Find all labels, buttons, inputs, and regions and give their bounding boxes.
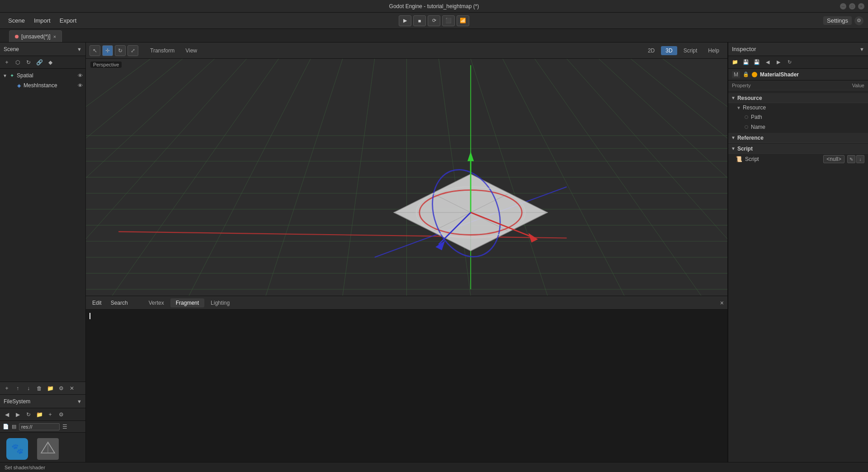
main-tab[interactable]: [unsaved(*)] × xyxy=(9,30,62,42)
shader-editor-content[interactable] xyxy=(86,310,727,462)
insp-folder-button[interactable]: 📁 xyxy=(730,58,740,67)
scene-filter-button[interactable]: ◆ xyxy=(45,58,55,67)
scene-tree: ▼ ✦ Spatial 👁 ◈ MeshInstance 👁 xyxy=(0,69,85,382)
menu-export[interactable]: Export xyxy=(55,15,81,26)
scene-refresh-button[interactable]: ↻ xyxy=(24,58,33,67)
view-btn[interactable]: View xyxy=(181,46,202,55)
stop-button[interactable]: ■ xyxy=(413,15,426,26)
mesh-icon xyxy=(37,438,59,460)
fs-list-view-button[interactable]: ☰ xyxy=(62,424,67,430)
shader-search-menu[interactable]: Search xyxy=(108,299,131,307)
fs-refresh-button[interactable]: ↻ xyxy=(24,410,33,419)
filesystem-dropdown-arrow[interactable]: ▼ xyxy=(77,399,82,404)
script-tab[interactable]: Script xyxy=(679,46,702,55)
statusbar: Set shader/shader xyxy=(0,462,868,472)
fs-new-folder-button[interactable]: 📁 xyxy=(34,410,44,419)
script-group-label: Script xyxy=(737,146,753,152)
3d-viewport[interactable]: Perspective xyxy=(86,59,727,296)
scene-instance-button[interactable]: ⬡ xyxy=(13,58,23,67)
script-group: ▼ Script 📜 Script <null> ✎ ↓ xyxy=(728,144,868,165)
inspector-dropdown-arrow[interactable]: ▼ xyxy=(859,47,864,52)
fs-icon-mesh xyxy=(37,438,59,460)
resource-group-header[interactable]: ▼ Resource xyxy=(728,93,868,103)
maximize-button[interactable]: □ xyxy=(849,3,855,9)
rotate-tool-button[interactable]: ↻ xyxy=(115,45,126,56)
debug-button[interactable]: 📶 xyxy=(457,15,469,26)
fs-icon2: ▤ xyxy=(12,424,16,430)
shader-close-button[interactable]: × xyxy=(720,299,724,307)
menu-import[interactable]: Import xyxy=(29,15,55,26)
scene-dropdown-arrow[interactable]: ▼ xyxy=(77,47,82,52)
insp-refresh-button[interactable]: ↻ xyxy=(784,58,794,67)
inspector-header: Inspector ▼ xyxy=(728,42,868,56)
help-tab[interactable]: Help xyxy=(703,46,724,55)
fs-settings-button[interactable]: ⚙ xyxy=(56,410,66,419)
node-type-icon: M xyxy=(732,71,740,78)
scale-tool-button[interactable]: ⤢ xyxy=(127,45,138,56)
script-icon: 📜 xyxy=(736,156,742,162)
scene-bottom-delete[interactable]: 🗑 xyxy=(34,384,44,393)
minimize-button[interactable]: ─ xyxy=(840,3,846,9)
reference-group: ▼ Reference xyxy=(728,133,868,143)
fs-back-button[interactable]: ◀ xyxy=(2,410,12,419)
filesystem-path-input[interactable] xyxy=(19,423,60,430)
shader-tab-fragment[interactable]: Fragment xyxy=(170,298,204,307)
shader-tab-vertex[interactable]: Vertex xyxy=(143,298,170,307)
fs-icon: 📄 xyxy=(3,424,9,430)
shader-tab-lighting[interactable]: Lighting xyxy=(205,298,235,307)
shader-tabs: Vertex Fragment Lighting xyxy=(143,298,235,307)
tree-item-meshinstance[interactable]: ◈ MeshInstance 👁 xyxy=(0,80,85,90)
settings-icon[interactable]: ⚙ xyxy=(854,16,863,25)
script-clear-button[interactable]: ↓ xyxy=(856,155,864,163)
prop-name-name: Name xyxy=(751,124,864,130)
transform-btn[interactable]: Transform xyxy=(146,46,179,55)
fs-forward-button[interactable]: ▶ xyxy=(13,410,23,419)
resource-sub-arrow: ▼ xyxy=(736,105,741,110)
script-edit-button[interactable]: ✎ xyxy=(847,155,855,163)
shader-editor-panel: Edit Search Vertex Fragment Lighting × L… xyxy=(86,296,727,472)
select-tool-button[interactable]: ↖ xyxy=(90,45,100,56)
settings-button[interactable]: Settings xyxy=(823,16,852,25)
close-button[interactable]: × xyxy=(858,3,864,9)
filesystem-header: FileSystem ▼ xyxy=(0,395,85,408)
play-button[interactable]: ▶ xyxy=(399,15,411,26)
viewport-grid xyxy=(86,59,727,296)
tree-item-spatial[interactable]: ▼ ✦ Spatial 👁 xyxy=(0,71,85,80)
insp-save2-button[interactable]: 💾 xyxy=(752,58,762,67)
shader-cursor xyxy=(90,313,90,319)
window-title: Godot Engine - tutorial_heightmap (*) xyxy=(389,3,479,9)
script-prop-value: <null> xyxy=(823,155,844,163)
tree-eye-spatial[interactable]: 👁 xyxy=(78,73,83,78)
resource-sub-header[interactable]: ▼ Resource xyxy=(734,103,868,112)
scene-bottom-tools[interactable]: ⚙ xyxy=(56,384,66,393)
scene-bottom-up[interactable]: ↑ xyxy=(13,384,23,393)
2d-tab[interactable]: 2D xyxy=(643,46,659,55)
move-tool-button[interactable]: ✛ xyxy=(102,45,113,56)
tab-label: [unsaved(*)] xyxy=(21,33,51,40)
scene-bottom-add[interactable]: + xyxy=(2,384,12,393)
tree-eye-meshinstance[interactable]: 👁 xyxy=(78,83,83,88)
menu-scene[interactable]: Scene xyxy=(4,15,29,26)
scene-new-node-button[interactable]: + xyxy=(2,58,12,67)
scene-bottom-folder[interactable]: 📁 xyxy=(45,384,55,393)
scene-bottom-trash[interactable]: ✕ xyxy=(67,384,77,393)
resource-group-arrow: ▼ xyxy=(731,95,736,100)
3d-tab[interactable]: 3D xyxy=(661,46,677,55)
insp-right-button[interactable]: ▶ xyxy=(774,58,783,67)
pause-button[interactable]: ⟳ xyxy=(428,15,440,26)
insp-left-button[interactable]: ◀ xyxy=(763,58,773,67)
shader-edit-menu[interactable]: Edit xyxy=(90,299,104,307)
fs-add-button[interactable]: + xyxy=(45,410,55,419)
insp-save-button[interactable]: 💾 xyxy=(741,58,751,67)
script-group-header[interactable]: ▼ Script xyxy=(728,144,868,154)
tab-close-button[interactable]: × xyxy=(53,34,56,39)
tabbar: [unsaved(*)] × xyxy=(0,29,868,42)
reference-group-header[interactable]: ▼ Reference xyxy=(728,133,868,143)
scene-link-button[interactable]: 🔗 xyxy=(34,58,44,67)
step-button[interactable]: ⬛ xyxy=(442,15,455,26)
statusbar-text: Set shader/shader xyxy=(5,465,45,470)
godot-icon: 🐾 xyxy=(6,438,28,460)
fs-icon-image: 🐾 xyxy=(6,438,28,460)
scene-bottom-down[interactable]: ↓ xyxy=(24,384,33,393)
prop-row-path: Path xyxy=(734,112,868,122)
